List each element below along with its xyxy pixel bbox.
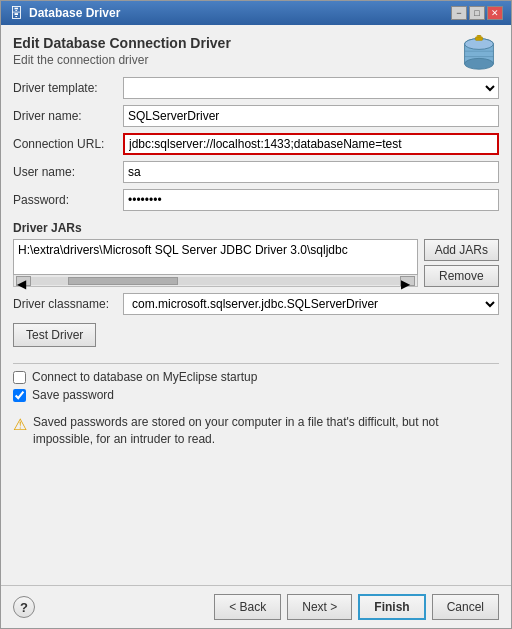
window: 🗄 Database Driver − □ ✕ Edit Database Co… (0, 0, 512, 629)
warning-box: ⚠ Saved passwords are stored on your com… (13, 410, 499, 452)
warning-icon: ⚠ (13, 415, 27, 434)
driver-name-row: Driver name: (13, 105, 499, 127)
cancel-button[interactable]: Cancel (432, 594, 499, 620)
window-icon: 🗄 (9, 5, 23, 21)
window-title: Database Driver (29, 6, 120, 20)
password-input[interactable] (123, 189, 499, 211)
footer-left: ? (13, 596, 35, 618)
database-icon (459, 35, 499, 80)
jars-list-wrapper: H:\extra\drivers\Microsoft SQL Server JD… (13, 239, 418, 287)
connect-startup-checkbox[interactable] (13, 371, 26, 384)
connection-url-input[interactable] (123, 133, 499, 155)
username-input[interactable] (123, 161, 499, 183)
save-password-label: Save password (32, 388, 114, 402)
finish-button[interactable]: Finish (358, 594, 425, 620)
page-subtitle: Edit the connection driver (13, 53, 499, 67)
svg-rect-7 (477, 35, 481, 37)
minimize-button[interactable]: − (451, 6, 467, 20)
warning-text: Saved passwords are stored on your compu… (33, 414, 499, 448)
jars-section-title: Driver JARs (13, 221, 499, 235)
window-controls: − □ ✕ (451, 6, 503, 20)
horizontal-scrollbar[interactable]: ◀ ▶ (13, 275, 418, 287)
connect-startup-row: Connect to database on MyEclipse startup (13, 370, 499, 384)
username-row: User name: (13, 161, 499, 183)
password-row: Password: (13, 189, 499, 211)
svg-rect-6 (475, 37, 482, 41)
test-driver-row: Test Driver (13, 323, 499, 357)
header-area: Edit Database Connection Driver Edit the… (13, 35, 499, 77)
save-password-row: Save password (13, 388, 499, 402)
test-driver-button[interactable]: Test Driver (13, 323, 96, 347)
jars-buttons: Add JARs Remove (424, 239, 499, 287)
jars-area: H:\extra\drivers\Microsoft SQL Server JD… (13, 239, 499, 287)
scroll-left-btn[interactable]: ◀ (16, 276, 31, 286)
scroll-thumb[interactable] (68, 277, 179, 285)
remove-jar-button[interactable]: Remove (424, 265, 499, 287)
footer-right: < Back Next > Finish Cancel (214, 594, 499, 620)
scroll-track (31, 277, 400, 285)
jars-list: H:\extra\drivers\Microsoft SQL Server JD… (13, 239, 418, 275)
maximize-button[interactable]: □ (469, 6, 485, 20)
password-label: Password: (13, 193, 123, 207)
form-area: Driver template: Driver name: Connection… (13, 77, 499, 577)
main-content: Edit Database Connection Driver Edit the… (1, 25, 511, 585)
connection-url-label: Connection URL: (13, 137, 123, 151)
title-bar: 🗄 Database Driver − □ ✕ (1, 1, 511, 25)
driver-name-label: Driver name: (13, 109, 123, 123)
save-password-checkbox[interactable] (13, 389, 26, 402)
driver-template-dropdown[interactable] (123, 77, 499, 99)
scroll-right-btn[interactable]: ▶ (400, 276, 415, 286)
help-button[interactable]: ? (13, 596, 35, 618)
next-button[interactable]: Next > (287, 594, 352, 620)
username-label: User name: (13, 165, 123, 179)
close-button[interactable]: ✕ (487, 6, 503, 20)
db-icon-container (459, 35, 499, 83)
driver-template-row: Driver template: (13, 77, 499, 99)
driver-name-input[interactable] (123, 105, 499, 127)
classname-dropdown[interactable]: com.microsoft.sqlserver.jdbc.SQLServerDr… (123, 293, 499, 315)
footer: ? < Back Next > Finish Cancel (1, 585, 511, 628)
back-button[interactable]: < Back (214, 594, 281, 620)
svg-point-2 (465, 58, 494, 69)
page-title: Edit Database Connection Driver (13, 35, 499, 51)
jar-item[interactable]: H:\extra\drivers\Microsoft SQL Server JD… (14, 240, 417, 260)
connect-startup-label: Connect to database on MyEclipse startup (32, 370, 257, 384)
divider (13, 363, 499, 364)
add-jars-button[interactable]: Add JARs (424, 239, 499, 261)
classname-row: Driver classname: com.microsoft.sqlserve… (13, 293, 499, 315)
classname-label: Driver classname: (13, 297, 123, 311)
connection-url-row: Connection URL: (13, 133, 499, 155)
driver-template-label: Driver template: (13, 81, 123, 95)
